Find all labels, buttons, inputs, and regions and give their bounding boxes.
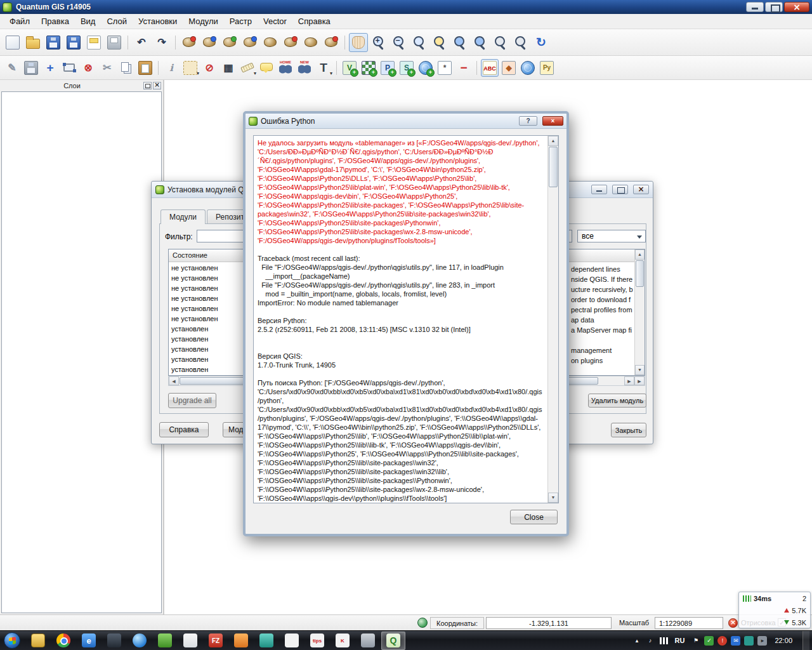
map-tips-icon[interactable] bbox=[258, 59, 275, 77]
toggle-editing-icon[interactable]: ✎ bbox=[3, 59, 21, 77]
menu-item[interactable]: Файл bbox=[4, 15, 36, 28]
app-green-icon[interactable] bbox=[153, 632, 177, 650]
minimize-button[interactable] bbox=[746, 2, 764, 12]
show-bookmarks-icon[interactable]: HOME bbox=[277, 59, 294, 77]
chrome-icon[interactable] bbox=[51, 632, 75, 650]
scroll-down-icon[interactable]: ▼ bbox=[548, 493, 558, 503]
zoom-full-icon[interactable] bbox=[430, 33, 449, 52]
delete-selected-icon[interactable]: ⊗ bbox=[79, 59, 97, 77]
deselect-all-icon[interactable]: ⊘ bbox=[200, 59, 218, 77]
text-annotation-icon[interactable]: T bbox=[315, 59, 332, 77]
custom-projection-icon[interactable] bbox=[519, 59, 537, 77]
usb-icon[interactable]: ▸ bbox=[757, 636, 767, 646]
scroll-up-icon[interactable]: ▲ bbox=[635, 249, 645, 260]
zoom-next-icon[interactable] bbox=[511, 33, 530, 52]
labeling-icon[interactable]: ABC bbox=[481, 59, 499, 77]
installer-minimize-button[interactable] bbox=[591, 185, 607, 194]
dialog-close-button[interactable]: × bbox=[542, 116, 563, 126]
new-bookmark-icon[interactable]: NEW bbox=[296, 59, 313, 77]
copy-features-icon[interactable] bbox=[117, 59, 135, 77]
vertical-scrollbar[interactable]: ▲ ▼ bbox=[547, 136, 558, 503]
app-gray-icon[interactable] bbox=[356, 632, 380, 650]
close-button[interactable] bbox=[784, 2, 809, 12]
add-raster-layer-icon[interactable] bbox=[360, 59, 377, 77]
kmplayer-icon[interactable]: K bbox=[331, 632, 355, 650]
explorer-icon[interactable] bbox=[26, 632, 50, 650]
move-feature-icon[interactable]: + bbox=[41, 59, 59, 77]
menu-item[interactable]: Vector bbox=[258, 15, 292, 28]
zoom-native-icon[interactable] bbox=[410, 33, 429, 52]
scrollbar-thumb[interactable] bbox=[549, 147, 558, 187]
photo-viewer-icon[interactable] bbox=[178, 632, 202, 650]
print-icon[interactable] bbox=[105, 33, 124, 52]
qgis-taskbar-icon[interactable]: Q bbox=[381, 632, 405, 650]
scroll-right-icon[interactable]: ▶ bbox=[624, 376, 634, 385]
add-vector-layer-icon[interactable]: V bbox=[341, 59, 358, 77]
update-icon[interactable]: ! bbox=[717, 636, 727, 646]
zoom-to-layer-icon[interactable] bbox=[471, 33, 490, 52]
save-project-icon[interactable] bbox=[44, 33, 63, 52]
paste-features-icon[interactable] bbox=[136, 59, 154, 77]
cut-features-icon[interactable]: ✂ bbox=[98, 59, 116, 77]
action-center-icon[interactable]: ⚑ bbox=[691, 636, 700, 646]
dialog-help-button[interactable]: ? bbox=[519, 116, 537, 126]
capture-polygon-icon[interactable] bbox=[220, 33, 239, 52]
save-project-as-icon[interactable] bbox=[64, 33, 83, 52]
title-bar[interactable]: Quantum GIS r14905 bbox=[0, 0, 812, 14]
error-text-area[interactable]: Не удалось загрузить модуль «tablemanage… bbox=[253, 135, 559, 503]
decorations-icon[interactable]: ◆ bbox=[500, 59, 518, 77]
tab-modules[interactable]: Модули bbox=[160, 209, 206, 224]
menu-item[interactable]: Вид bbox=[75, 15, 102, 28]
installer-maximize-button[interactable] bbox=[612, 185, 628, 194]
volume-icon[interactable]: ♪ bbox=[646, 636, 655, 646]
messenger-icon[interactable]: ✉ bbox=[731, 636, 740, 646]
dock-close-icon[interactable] bbox=[153, 82, 161, 90]
antivirus-icon[interactable]: ✓ bbox=[704, 636, 714, 646]
split-features-icon[interactable] bbox=[281, 33, 300, 52]
start-button[interactable] bbox=[4, 632, 20, 649]
help-button[interactable]: Справка bbox=[159, 422, 209, 437]
move-feature-icon[interactable] bbox=[240, 33, 259, 52]
scroll-up-icon[interactable]: ▲ bbox=[548, 136, 558, 146]
tips-app-icon[interactable]: tips bbox=[305, 632, 329, 650]
app-teal-icon[interactable] bbox=[254, 632, 278, 650]
add-wms-layer-icon[interactable] bbox=[417, 59, 435, 77]
merge-features-icon[interactable] bbox=[301, 33, 320, 52]
zoom-out-icon[interactable]: − bbox=[390, 33, 409, 52]
menu-item[interactable]: Модули bbox=[183, 15, 224, 28]
vertical-scrollbar[interactable]: ▲ ▼ bbox=[634, 249, 645, 375]
print-composer-icon[interactable] bbox=[84, 33, 103, 52]
network-icon[interactable] bbox=[659, 636, 669, 646]
document-app-icon[interactable] bbox=[280, 632, 304, 650]
column-header-status[interactable]: Состояние bbox=[169, 249, 251, 262]
status-filter-combo[interactable]: все bbox=[577, 230, 646, 242]
app-dark-icon[interactable] bbox=[102, 632, 126, 650]
add-spatialite-layer-icon[interactable]: S bbox=[398, 59, 416, 77]
pan-map-icon[interactable] bbox=[349, 33, 368, 52]
capture-point-icon[interactable] bbox=[180, 33, 199, 52]
open-project-icon[interactable] bbox=[23, 33, 43, 52]
scrollbar-thumb[interactable] bbox=[636, 260, 644, 287]
uninstall-plugin-button[interactable]: Удалить модуль bbox=[588, 394, 646, 408]
identify-icon[interactable] bbox=[162, 59, 180, 77]
select-features-icon[interactable] bbox=[181, 59, 199, 77]
refresh-map-icon[interactable]: ↻ bbox=[532, 33, 551, 52]
installer-close-dialog-button[interactable]: Закрыть bbox=[611, 423, 646, 437]
scroll-down-icon[interactable]: ▼ bbox=[635, 365, 645, 375]
zoom-in-icon[interactable]: + bbox=[369, 33, 388, 52]
node-tool-icon[interactable] bbox=[60, 59, 78, 77]
redo-icon[interactable]: ↷ bbox=[152, 33, 171, 52]
scroll-right-icon[interactable]: ▶ bbox=[634, 376, 645, 385]
node-tool-icon[interactable] bbox=[261, 33, 280, 52]
language-indicator[interactable]: RU bbox=[672, 637, 688, 644]
media-player-icon[interactable] bbox=[128, 632, 152, 650]
scale-input[interactable] bbox=[655, 617, 723, 629]
filezilla-icon[interactable]: FZ bbox=[204, 632, 228, 650]
menu-item[interactable]: Правка bbox=[36, 15, 75, 28]
show-hidden-icons-button[interactable]: ▴ bbox=[632, 636, 642, 646]
show-desktop-button[interactable] bbox=[802, 631, 809, 650]
menu-item[interactable]: Растр bbox=[224, 15, 258, 28]
new-project-icon[interactable] bbox=[3, 33, 22, 52]
menu-item[interactable]: Слой bbox=[101, 15, 133, 28]
error-dialog-title-bar[interactable]: Ошибка Python ? × bbox=[246, 114, 566, 129]
